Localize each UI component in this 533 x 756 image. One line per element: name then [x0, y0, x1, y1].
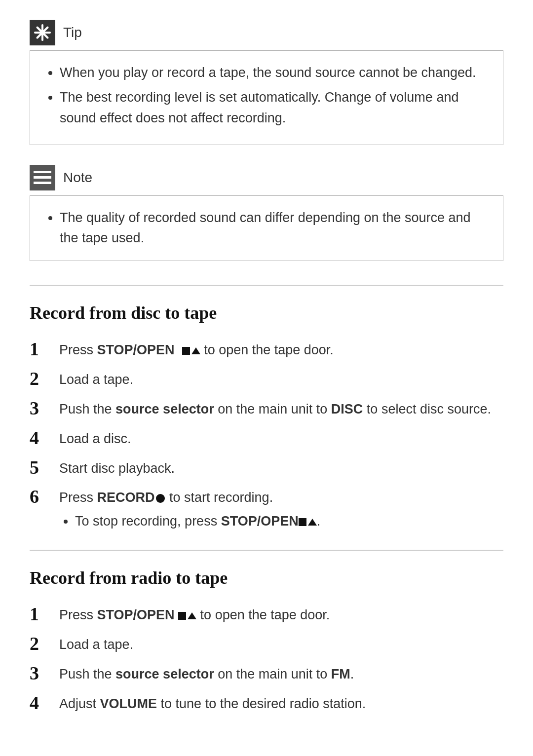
disc-step-6-number: 6 — [30, 486, 59, 508]
radio-section: Record from radio to tape 1 Press STOP/O… — [30, 565, 503, 714]
disc-step-1-bold: STOP/OPEN — [97, 342, 175, 357]
radio-step-4: 4 Adjust VOLUME to tune to the desired r… — [30, 692, 503, 715]
radio-step-1-bold: STOP/OPEN — [97, 607, 175, 622]
disc-step-6-content: Press RECORD to start recording. To stop… — [59, 486, 503, 532]
disc-step-4-number: 4 — [30, 427, 59, 450]
radio-step-2: 2 Load a tape. — [30, 633, 503, 655]
disc-section: Record from disc to tape 1 Press STOP/OP… — [30, 300, 503, 532]
disc-step-3-content: Push the source selector on the main uni… — [59, 397, 503, 420]
disc-step-5: 5 Start disc playback. — [30, 456, 503, 479]
tip-list: When you play or record a tape, the soun… — [46, 63, 487, 129]
radio-step-4-number: 4 — [30, 692, 59, 715]
triangle-icon-3 — [188, 612, 196, 619]
radio-step-1-number: 1 — [30, 603, 59, 626]
divider-radio — [30, 550, 503, 551]
disc-step-6-subbullet-item: To stop recording, press STOP/OPEN. — [75, 511, 503, 532]
radio-step-1: 1 Press STOP/OPEN to open the tape door. — [30, 603, 503, 626]
disc-step-6-record-bold: RECORD — [97, 490, 155, 505]
triangle-icon-1 — [191, 347, 200, 354]
note-icon — [30, 165, 55, 190]
radio-step-4-content: Adjust VOLUME to tune to the desired rad… — [59, 692, 503, 715]
disc-step-4-content: Load a disc. — [59, 427, 503, 450]
disc-step-2-content: Load a tape. — [59, 368, 503, 390]
disc-step-2-number: 2 — [30, 368, 59, 390]
disc-step-6-subbullet: To stop recording, press STOP/OPEN. — [59, 511, 503, 532]
note-label: Note — [63, 167, 92, 188]
disc-step-3-bold1: source selector — [115, 402, 214, 416]
disc-step-1-number: 1 — [30, 338, 59, 361]
square-icon-2 — [299, 518, 306, 526]
disc-step-6: 6 Press RECORD to start recording. To st… — [30, 486, 503, 532]
disc-step-2: 2 Load a tape. — [30, 368, 503, 390]
triangle-icon-2 — [308, 519, 317, 526]
disc-step-1-content: Press STOP/OPEN to open the tape door. — [59, 338, 503, 361]
disc-step-1: 1 Press STOP/OPEN to open the tape door. — [30, 338, 503, 361]
radio-step-3-bold1: source selector — [115, 667, 214, 681]
tip-item-1: When you play or record a tape, the soun… — [60, 63, 487, 83]
divider-disc — [30, 285, 503, 286]
disc-step-5-content: Start disc playback. — [59, 456, 503, 479]
disc-step-5-number: 5 — [30, 456, 59, 479]
radio-step-2-content: Load a tape. — [59, 633, 503, 655]
tip-box: When you play or record a tape, the soun… — [30, 50, 503, 145]
note-list: The quality of recorded sound can differ… — [46, 208, 487, 249]
disc-step-4: 4 Load a disc. — [30, 427, 503, 450]
square-icon-1 — [182, 347, 190, 355]
note-box: The quality of recorded sound can differ… — [30, 195, 503, 262]
disc-section-title: Record from disc to tape — [30, 300, 503, 326]
stop-open-sym-1 — [178, 342, 204, 357]
tip-item-2: The best recording level is set automati… — [60, 87, 487, 129]
stop-open-sym-radio-1 — [178, 607, 200, 622]
tip-icon — [30, 20, 55, 45]
note-section: Note The quality of recorded sound can d… — [30, 165, 503, 262]
note-header: Note — [30, 165, 503, 190]
radio-steps-list: 1 Press STOP/OPEN to open the tape door.… — [30, 603, 503, 714]
radio-step-3-bold2: FM — [331, 667, 350, 681]
note-item-1: The quality of recorded sound can differ… — [60, 208, 487, 249]
radio-step-3: 3 Push the source selector on the main u… — [30, 662, 503, 685]
radio-step-4-bold: VOLUME — [100, 696, 157, 711]
disc-step-3: 3 Push the source selector on the main u… — [30, 397, 503, 420]
disc-steps-list: 1 Press STOP/OPEN to open the tape door.… — [30, 338, 503, 532]
radio-step-3-content: Push the source selector on the main uni… — [59, 662, 503, 685]
record-symbol — [156, 494, 165, 503]
square-icon-3 — [178, 612, 186, 620]
tip-label: Tip — [63, 22, 82, 43]
disc-step-3-number: 3 — [30, 397, 59, 420]
radio-step-1-content: Press STOP/OPEN to open the tape door. — [59, 603, 503, 626]
tip-section: Tip When you play or record a tape, the … — [30, 20, 503, 145]
stop-open-bold: STOP/OPEN — [221, 514, 299, 529]
radio-step-3-number: 3 — [30, 662, 59, 685]
radio-step-2-number: 2 — [30, 633, 59, 655]
radio-section-title: Record from radio to tape — [30, 565, 503, 591]
disc-step-3-bold2: DISC — [331, 402, 363, 416]
tip-header: Tip — [30, 20, 503, 45]
